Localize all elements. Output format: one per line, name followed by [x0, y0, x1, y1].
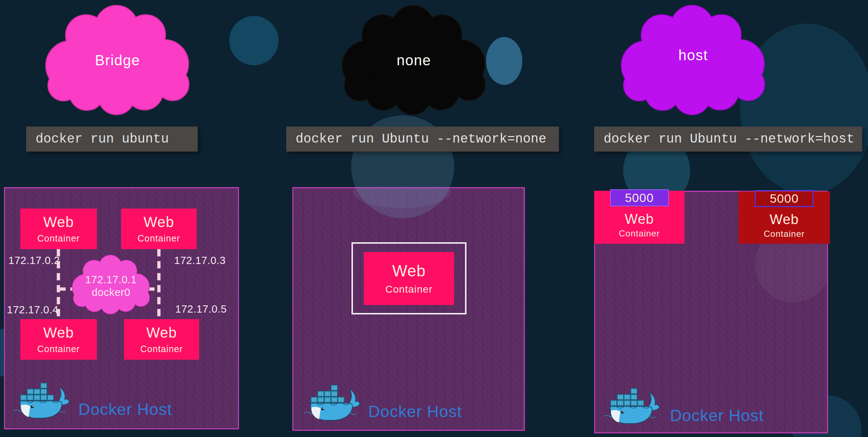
port-badge: 5000 [755, 190, 814, 207]
docker-networks-diagram: Web Container Web Container Web Containe… [0, 0, 868, 437]
web-container-title: Web [43, 214, 74, 230]
web-container-subtitle: Container [385, 284, 432, 295]
ip-label: 172.17.0.3 [174, 255, 226, 267]
docker-host-panel-host: 5000 Web Container 5000 Web Container Do… [594, 191, 828, 433]
docker-host-label: Docker Host [670, 406, 764, 425]
command-box-none: docker run Ubuntu --network=none [286, 127, 559, 152]
web-container-title: Web [770, 212, 799, 227]
web-container-subtitle: Container [37, 233, 80, 244]
docker-host-panel-none: Web Container Docker Host [292, 187, 525, 431]
web-container-box: Web Container [124, 319, 199, 360]
web-container-subtitle: Container [37, 344, 80, 354]
web-container-title: Web [625, 211, 654, 227]
port-badge: 5000 [610, 189, 669, 206]
web-container-box: Web Container [364, 252, 454, 305]
docker-whale-icon [304, 382, 358, 426]
docker0-name: docker0 [92, 286, 131, 299]
command-box-bridge: docker run ubuntu [26, 127, 198, 152]
web-container-box: Web Container [20, 209, 97, 249]
docker-host-label: Docker Host [78, 400, 172, 419]
cloud-label: none [332, 4, 495, 116]
docker-host-label: Docker Host [368, 402, 462, 421]
web-container-box: Web Container [121, 209, 197, 249]
command-box-host: docker run Ubuntu --network=host [594, 127, 862, 152]
decorative-circle [229, 16, 279, 65]
web-container-box: 5000 Web Container [739, 191, 830, 244]
ip-label: 172.17.0.2 [8, 255, 58, 267]
docker-whale-icon [13, 380, 67, 424]
isolated-container-frame: Web Container [351, 242, 466, 314]
web-container-box: Web Container [20, 319, 97, 360]
docker-whale-icon [603, 385, 658, 429]
docker0-label: 172.17.0.1 docker0 [67, 255, 155, 317]
bridge-cloud: Bridge [36, 4, 199, 116]
cloud-label: Bridge [36, 4, 199, 116]
web-container-title: Web [146, 325, 177, 341]
docker-host-panel-bridge: Web Container Web Container Web Containe… [4, 187, 239, 429]
docker0-ip: 172.17.0.1 [85, 273, 137, 286]
none-cloud: none [332, 4, 495, 116]
ip-label: 172.17.0.4 [7, 304, 56, 316]
web-container-title: Web [392, 262, 426, 280]
web-container-title: Web [144, 214, 174, 230]
host-cloud: host [612, 4, 775, 116]
web-container-title: Web [43, 325, 74, 341]
web-container-subtitle: Container [137, 233, 180, 244]
web-container-box: 5000 Web Container [594, 191, 684, 244]
cloud-label: host [612, 4, 775, 116]
ip-label: 172.17.0.5 [175, 303, 227, 315]
docker0-cloud: 172.17.0.1 docker0 [67, 254, 155, 316]
web-container-subtitle: Container [619, 228, 660, 239]
web-container-subtitle: Container [140, 344, 183, 354]
web-container-subtitle: Container [764, 229, 805, 239]
